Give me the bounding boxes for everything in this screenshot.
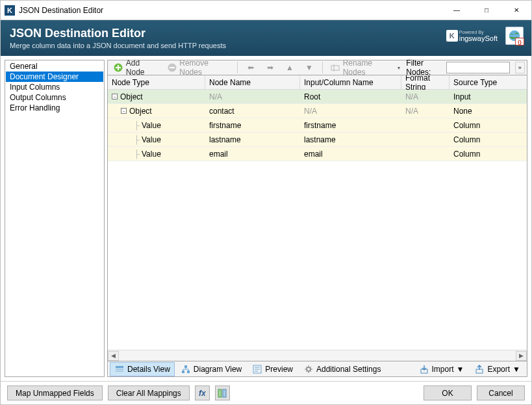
node-name-cell[interactable]: contact (205, 104, 300, 118)
kingswaysoft-logo: K Powered By ingswaySoft (446, 30, 498, 42)
tree-branch-icon: ├ (134, 150, 142, 159)
table-row[interactable]: ├ValuelastnamelastnameColumn (108, 133, 527, 147)
svg-rect-9 (182, 371, 184, 373)
node-type-cell[interactable]: -Object (108, 104, 205, 118)
filter-nodes-label: Filter Nodes: (406, 59, 443, 77)
column-edit-icon (218, 389, 227, 398)
scroll-left-button[interactable]: ◀ (108, 351, 119, 361)
map-unmapped-button[interactable]: Map Unmapped Fields (7, 385, 103, 400)
details-view-button[interactable]: Details View (110, 362, 175, 376)
format-cell[interactable] (401, 118, 450, 132)
tree-toggle[interactable]: - (112, 94, 118, 99)
col-node-name[interactable]: Node Name (205, 75, 300, 89)
minimize-button[interactable]: — (442, 1, 472, 20)
input-col-cell[interactable]: Root (300, 90, 401, 103)
sidebar-item-input-columns[interactable]: Input Columns (6, 82, 103, 92)
svg-rect-10 (187, 371, 190, 373)
input-col-cell[interactable]: lastname (300, 133, 401, 146)
table-row[interactable]: ├ValuefirstnamefirstnameColumn (108, 118, 527, 133)
col-node-type[interactable]: Node Type (108, 75, 205, 89)
remove-nodes-label: Remove Nodes (179, 59, 229, 77)
table-row[interactable]: ├ValueemailemailColumn (108, 147, 527, 161)
svg-rect-7 (116, 371, 123, 372)
gear-icon (303, 364, 314, 374)
node-type-cell[interactable]: ├Value (108, 133, 205, 146)
rename-icon (331, 62, 340, 73)
fx-icon: fx (199, 389, 206, 398)
footer: Map Unmapped Fields Clear All Mappings f… (1, 381, 531, 404)
indent-button[interactable]: ➡ (261, 60, 279, 75)
source-cell[interactable]: Column (450, 133, 527, 146)
svg-rect-15 (218, 389, 222, 397)
tree-grid: Node Type Node Name Input/Column Name Fo… (107, 75, 527, 361)
preview-button[interactable]: Preview (247, 362, 298, 376)
scroll-track[interactable] (119, 351, 516, 361)
format-cell[interactable]: N/A (401, 90, 450, 103)
close-button[interactable]: ✕ (501, 1, 531, 20)
horizontal-scrollbar[interactable]: ◀ ▶ (108, 350, 527, 361)
brand-name: ingswaySoft (459, 34, 498, 42)
scroll-right-button[interactable]: ▶ (516, 351, 527, 361)
table-row[interactable]: -ObjectcontactN/AN/ANone (108, 104, 527, 118)
node-name-cell[interactable]: firstname (205, 118, 300, 132)
node-type-cell[interactable]: ├Value (108, 147, 205, 161)
outdent-button[interactable]: ⬅ (242, 60, 260, 75)
remove-icon (167, 62, 177, 73)
details-view-label: Details View (127, 365, 170, 374)
svg-rect-8 (184, 365, 187, 368)
sidebar-item-error-handling[interactable]: Error Handling (6, 103, 103, 113)
move-up-icon: ▲ (285, 62, 295, 73)
move-down-icon: ▼ (304, 62, 314, 73)
node-name-cell[interactable]: lastname (205, 133, 300, 146)
node-name-cell[interactable]: N/A (205, 90, 300, 103)
window-title: JSON Destination Editor (19, 6, 442, 15)
filter-nodes-input[interactable] (446, 62, 510, 73)
node-type-text: Value (142, 135, 161, 144)
maximize-button[interactable]: □ (472, 1, 501, 20)
node-name-cell[interactable]: email (205, 147, 300, 161)
sidebar-item-document-designer[interactable]: Document Designer (6, 72, 103, 82)
column-edit-button[interactable] (215, 385, 230, 400)
tree-grid-header: Node Type Node Name Input/Column Name Fo… (108, 75, 527, 90)
additional-settings-button[interactable]: Additional Settings (299, 362, 385, 376)
tree-toggle[interactable]: - (121, 108, 127, 114)
format-cell[interactable] (401, 147, 450, 161)
diagram-view-button[interactable]: Diagram View (176, 362, 246, 376)
expression-button[interactable]: fx (195, 385, 210, 400)
expand-toolbar-button[interactable]: » (515, 62, 525, 73)
move-up-button[interactable]: ▲ (281, 60, 299, 75)
format-cell[interactable] (401, 133, 450, 146)
node-type-cell[interactable]: -Object (108, 90, 205, 103)
sidebar-item-general[interactable]: General (6, 61, 103, 72)
col-format[interactable]: Format String (401, 75, 450, 89)
details-view-icon (114, 364, 125, 374)
source-cell[interactable]: Input (450, 90, 527, 103)
input-col-cell[interactable]: N/A (300, 104, 401, 118)
table-row[interactable]: -ObjectN/ARootN/AInput (108, 90, 527, 104)
source-cell[interactable]: Column (450, 118, 527, 132)
import-icon (419, 364, 429, 374)
format-cell[interactable]: N/A (401, 104, 450, 118)
cancel-button[interactable]: Cancel (477, 385, 525, 400)
preview-label: Preview (265, 365, 293, 374)
toolbar-divider (237, 62, 238, 73)
source-cell[interactable]: None (450, 104, 527, 118)
powered-by-label: Powered By (459, 30, 498, 34)
col-source[interactable]: Source Type (450, 75, 527, 89)
ok-button[interactable]: OK (424, 385, 472, 400)
preview-icon (252, 364, 262, 374)
outdent-icon: ⬅ (246, 62, 256, 73)
svg-point-12 (307, 367, 310, 371)
node-type-text: Object (129, 107, 152, 116)
import-button[interactable]: Import ▼ (414, 362, 469, 376)
export-button[interactable]: Export ▼ (470, 362, 525, 376)
tree-grid-body: -ObjectN/ARootN/AInput-ObjectcontactN/AN… (108, 90, 527, 350)
sidebar-item-output-columns[interactable]: Output Columns (6, 92, 103, 103)
input-col-cell[interactable]: firstname (300, 118, 401, 132)
move-down-button[interactable]: ▼ (300, 60, 318, 75)
input-col-cell[interactable]: email (300, 147, 401, 161)
node-type-cell[interactable]: ├Value (108, 118, 205, 132)
source-cell[interactable]: Column (450, 147, 527, 161)
col-input[interactable]: Input/Column Name (300, 75, 401, 89)
clear-mappings-button[interactable]: Clear All Mappings (108, 385, 190, 400)
